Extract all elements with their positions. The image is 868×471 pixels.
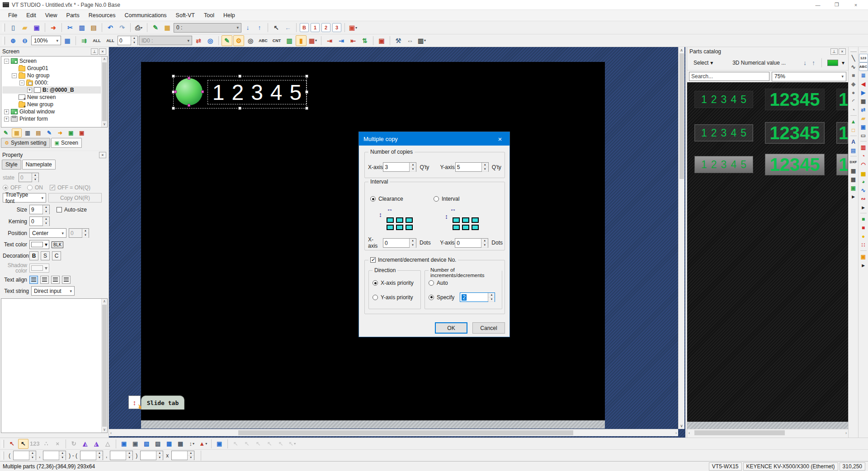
bring-to-front-icon[interactable]: ▣	[119, 439, 129, 449]
part-handle[interactable]	[201, 90, 204, 93]
catalog-part-numeric-small[interactable]: 12345	[694, 91, 753, 108]
multi-select-icon[interactable]: ∴	[41, 439, 52, 449]
menu-item-edit[interactable]: Edit	[22, 11, 41, 20]
category-next-icon[interactable]: ↓	[802, 59, 807, 66]
font-type-combo[interactable]: TrueType font▾	[3, 193, 46, 203]
draw-polyline-icon[interactable]: ∿	[849, 62, 858, 71]
panel-paste-icon[interactable]: ▤	[33, 128, 43, 137]
delete-icon[interactable]: ×	[52, 439, 63, 449]
x-priority-radio[interactable]	[373, 280, 378, 286]
menu-item-view[interactable]: View	[41, 11, 62, 20]
rotate-icon[interactable]: ↻	[69, 439, 79, 449]
cancel-button[interactable]: Cancel	[472, 322, 505, 334]
selection-handle[interactable]	[238, 107, 241, 110]
interval-radio-row[interactable]: Interval	[434, 196, 459, 202]
zoom-tool-icon[interactable]: ◎	[245, 35, 256, 46]
panel-grid-icon[interactable]: ▦	[12, 128, 22, 137]
table-dense-icon[interactable]: ▩	[849, 175, 858, 184]
grid-view-icon[interactable]: ▦	[162, 22, 173, 33]
zoom-in-icon[interactable]: ⊕	[8, 35, 19, 46]
expand-more-icon[interactable]: ▸	[849, 192, 858, 201]
text-list-icon[interactable]: ABC	[257, 35, 269, 46]
selection-handle[interactable]	[172, 107, 175, 110]
align-parts-icon[interactable]: △	[103, 439, 113, 449]
tree-scrollbar[interactable]: ∧ ∨	[101, 57, 107, 127]
scroll-thumb[interactable]	[694, 430, 785, 435]
part-handle[interactable]	[174, 90, 177, 93]
tree-expander-icon[interactable]: −	[19, 80, 24, 85]
select-part-icon[interactable]: ↖	[242, 439, 252, 449]
expand-graph-icon[interactable]: ▸	[859, 203, 868, 212]
chevron-down-icon[interactable]: ▾	[842, 60, 844, 66]
tree-item-0000[interactable]: −0000:	[2, 79, 101, 86]
category-prev-icon[interactable]: ↑	[811, 59, 816, 66]
print-icon[interactable]: ⎙▾	[133, 22, 144, 33]
canvas-vertical-scrollbar[interactable]: ∧ ∨	[678, 47, 684, 429]
alarm-icon[interactable]: ◀	[859, 80, 868, 88]
height-spinner[interactable]: ▲▼	[171, 451, 194, 460]
tree-item-group01[interactable]: Group01	[2, 65, 101, 72]
tree-item-global-window[interactable]: +Global window	[2, 108, 101, 115]
increment-checkbox[interactable]: ✓	[370, 257, 376, 263]
screen-number-combo[interactable]: 0 :▾	[174, 23, 241, 33]
scroll-up-icon[interactable]: ∧	[679, 48, 684, 52]
edit-screen-icon[interactable]: ✎	[150, 22, 161, 33]
catalog-part-numeric-small[interactable]: 12345	[694, 124, 753, 141]
device-calc-icon[interactable]: ▦▾	[307, 35, 318, 46]
text-icon[interactable]: A	[849, 137, 858, 146]
pc-monitor-icon[interactable]: ▣	[859, 122, 868, 131]
select-same-icon[interactable]: ↖	[276, 439, 286, 449]
align-left-button[interactable]	[29, 276, 38, 284]
shadow-button[interactable]: S	[41, 251, 50, 260]
draw-sector-icon[interactable]: ◔	[849, 105, 858, 114]
select-all-icon[interactable]: ↖▾	[287, 439, 297, 449]
edit-mode-icon[interactable]: ✎	[222, 35, 232, 46]
y-priority-row[interactable]: Y-axis priority	[373, 294, 413, 301]
tab-system-setting[interactable]: ⚙ System setting	[1, 138, 50, 148]
device-align-icon[interactable]: ⇉	[79, 35, 90, 46]
save-icon[interactable]: ▣	[31, 22, 42, 33]
library-icon[interactable]: ▮	[296, 35, 307, 46]
tab-nameplate[interactable]: Nameplate	[22, 160, 56, 170]
align-right-button[interactable]	[51, 276, 60, 284]
search-input[interactable]	[689, 72, 769, 81]
show-all-off-icon[interactable]: ALL	[104, 35, 117, 46]
panel-copy-icon[interactable]: ▥	[23, 128, 33, 137]
spin-down-icon[interactable]: ▼	[131, 41, 137, 45]
catalog-part-numeric-small[interactable]: 12345	[694, 156, 753, 173]
zoom-level-combo[interactable]: 100%▾	[31, 36, 61, 45]
select-parts-icon[interactable]: ↖	[271, 22, 282, 33]
dialog-close-icon[interactable]: ×	[495, 135, 505, 143]
nameplate-text-area[interactable]: ∧ ∨	[1, 298, 108, 433]
layer-base-icon[interactable]: B	[300, 23, 309, 32]
specify-spinner[interactable]: 2 ▲▼	[460, 292, 495, 302]
engrave-button[interactable]: C	[52, 251, 61, 260]
numeric-display-icon[interactable]: 123	[859, 54, 868, 62]
scroll-thumb[interactable]	[679, 53, 684, 179]
new-file-icon[interactable]: ▯	[8, 22, 19, 33]
x-copies-spinner[interactable]: 3▲▼	[383, 162, 416, 172]
y-priority-radio[interactable]	[373, 295, 378, 300]
tree-item-screen[interactable]: −Screen	[2, 57, 101, 65]
expand-parts-icon[interactable]: ▸	[859, 261, 868, 269]
bring-forward-icon[interactable]: ▧	[142, 439, 152, 449]
align-center-button[interactable]	[40, 276, 49, 284]
catalog-part-numeric-partial[interactable]: 12345	[836, 154, 848, 175]
selection-handle[interactable]	[238, 75, 241, 78]
scroll-thumb[interactable]	[238, 430, 573, 435]
select-frame-icon[interactable]: ↖	[231, 439, 241, 449]
slide-tab[interactable]: Slide tab	[141, 396, 184, 410]
catalog-horizontal-scrollbar[interactable]: ‹ ›	[687, 429, 848, 436]
size-spinner[interactable]: 9▲▼	[29, 205, 50, 214]
panel-edit-icon[interactable]: ✎	[1, 128, 11, 137]
io-transfer-icon[interactable]: ⇄	[859, 105, 868, 114]
draw-ellipse-icon[interactable]: ●	[849, 88, 858, 97]
simulator-icon[interactable]: ▣	[376, 35, 387, 46]
dialog-title-bar[interactable]: Multiple copy ×	[359, 132, 509, 146]
y1-spinner[interactable]: ▲▼	[43, 451, 66, 460]
memo-icon[interactable]: ▤	[849, 146, 858, 155]
device-search-icon[interactable]: ◎	[205, 35, 216, 46]
group-icon[interactable]: ▦	[164, 439, 175, 449]
specify-row[interactable]: Specify 2 ▲▼	[429, 292, 495, 302]
device-count-icon[interactable]: CNT	[270, 35, 283, 46]
